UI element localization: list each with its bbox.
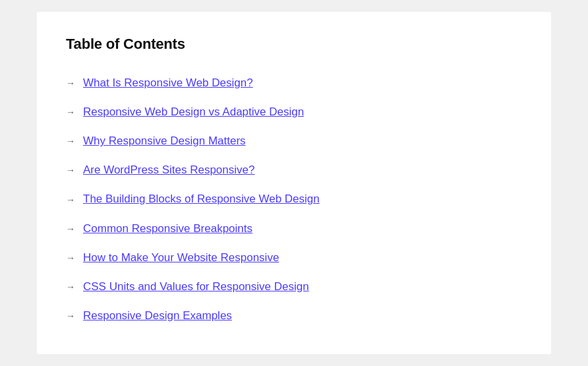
toc-link-1[interactable]: Responsive Web Design vs Adaptive Design bbox=[83, 105, 304, 119]
arrow-icon: → bbox=[66, 78, 75, 88]
toc-link-7[interactable]: CSS Units and Values for Responsive Desi… bbox=[83, 280, 309, 294]
toc-item: →Responsive Web Design vs Adaptive Desig… bbox=[66, 98, 522, 127]
toc-item: →How to Make Your Website Responsive bbox=[66, 243, 522, 272]
toc-link-0[interactable]: What Is Responsive Web Design? bbox=[83, 76, 253, 90]
toc-item: →The Building Blocks of Responsive Web D… bbox=[66, 185, 522, 214]
arrow-icon: → bbox=[66, 136, 75, 146]
toc-item: →Are WordPress Sites Responsive? bbox=[66, 156, 522, 185]
arrow-icon: → bbox=[66, 224, 75, 234]
arrow-icon: → bbox=[66, 165, 75, 175]
toc-link-4[interactable]: The Building Blocks of Responsive Web De… bbox=[83, 192, 320, 206]
toc-link-8[interactable]: Responsive Design Examples bbox=[83, 309, 232, 323]
toc-link-5[interactable]: Common Responsive Breakpoints bbox=[83, 222, 252, 236]
toc-link-6[interactable]: How to Make Your Website Responsive bbox=[83, 251, 279, 265]
arrow-icon: → bbox=[66, 282, 75, 292]
arrow-icon: → bbox=[66, 195, 75, 205]
arrow-icon: → bbox=[66, 253, 75, 263]
toc-item: →CSS Units and Values for Responsive Des… bbox=[66, 272, 522, 301]
toc-link-3[interactable]: Are WordPress Sites Responsive? bbox=[83, 163, 254, 177]
toc-item: →Why Responsive Design Matters bbox=[66, 127, 522, 156]
toc-heading: Table of Contents bbox=[66, 36, 522, 53]
toc-list: →What Is Responsive Web Design?→Responsi… bbox=[66, 69, 522, 330]
arrow-icon: → bbox=[66, 107, 75, 117]
arrow-icon: → bbox=[66, 311, 75, 321]
toc-link-2[interactable]: Why Responsive Design Matters bbox=[83, 134, 246, 148]
toc-item: →What Is Responsive Web Design? bbox=[66, 69, 522, 98]
toc-item: →Common Responsive Breakpoints bbox=[66, 214, 522, 243]
toc-card: Table of Contents →What Is Responsive We… bbox=[37, 12, 551, 354]
toc-item: →Responsive Design Examples bbox=[66, 301, 522, 330]
